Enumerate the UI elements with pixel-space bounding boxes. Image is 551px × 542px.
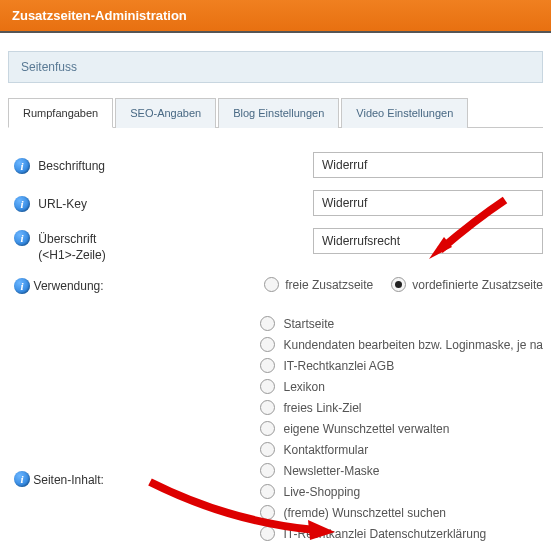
row-beschriftung: i Beschriftung xyxy=(8,146,543,184)
radio-seiteninhalt-1[interactable] xyxy=(260,337,275,352)
tab-2[interactable]: Blog Einstellungen xyxy=(218,98,339,128)
radio-label: (fremde) Wunschzettel suchen xyxy=(283,506,446,520)
radio-label: IT-Rechtkanzlei AGB xyxy=(283,359,394,373)
tab-0[interactable]: Rumpfangaben xyxy=(8,98,113,128)
radio-verwendung-1[interactable] xyxy=(391,277,406,292)
radio-seiteninhalt-7[interactable] xyxy=(260,463,275,478)
tab-1[interactable]: SEO-Angaben xyxy=(115,98,216,128)
radio-label: vordefinierte Zusatzseite xyxy=(412,278,543,292)
form-area: i Beschriftung i URL-Key i Überschrift (… xyxy=(0,128,551,542)
radio-seiteninhalt-3[interactable] xyxy=(260,379,275,394)
info-icon[interactable]: i xyxy=(14,471,30,487)
sub-bar-label: Seitenfuss xyxy=(21,60,77,74)
seiteninhalt-radio-group: StartseiteKundendaten bearbeiten bzw. Lo… xyxy=(260,313,543,542)
page-title: Zusatzseiten-Administration xyxy=(12,8,187,23)
radio-label: IT-Rechtkanzlei Datenschutzerklärung xyxy=(283,527,486,541)
radio-row-seiteninhalt-9: (fremde) Wunschzettel suchen xyxy=(260,504,543,522)
tab-strip: RumpfangabenSEO-AngabenBlog Einstellunge… xyxy=(8,97,543,128)
radio-seiteninhalt-8[interactable] xyxy=(260,484,275,499)
tab-3[interactable]: Video Einstellungen xyxy=(341,98,468,128)
row-ueberschrift: i Überschrift (<H1>-Zeile) xyxy=(8,222,543,269)
radio-label: Kundendaten bearbeiten bzw. Loginmaske, … xyxy=(283,338,543,352)
label-verwendung: Verwendung: xyxy=(34,275,215,295)
info-icon[interactable]: i xyxy=(14,278,30,294)
radio-label: eigene Wunschzettel verwalten xyxy=(283,422,449,436)
verwendung-radio-group: freie Zusatzseitevordefinierte Zusatzsei… xyxy=(264,277,543,292)
radio-label: Live-Shopping xyxy=(283,485,360,499)
input-beschriftung[interactable] xyxy=(313,152,543,178)
info-icon[interactable]: i xyxy=(14,230,30,246)
info-icon[interactable]: i xyxy=(14,158,30,174)
label-seiteninhalt: Seiten-Inhalt: xyxy=(33,313,210,489)
radio-label: Kontaktformular xyxy=(283,443,368,457)
radio-row-seiteninhalt-3: Lexikon xyxy=(260,378,543,396)
page-header: Zusatzseiten-Administration xyxy=(0,0,551,33)
row-verwendung: i Verwendung: freie Zusatzseitevordefini… xyxy=(8,269,543,301)
radio-label: Lexikon xyxy=(283,380,324,394)
radio-label: Newsletter-Maske xyxy=(283,464,379,478)
sub-bar: Seitenfuss xyxy=(8,51,543,83)
info-icon[interactable]: i xyxy=(14,196,30,212)
radio-seiteninhalt-9[interactable] xyxy=(260,505,275,520)
radio-row-seiteninhalt-2: IT-Rechtkanzlei AGB xyxy=(260,357,543,375)
input-ueberschrift[interactable] xyxy=(313,228,543,254)
radio-row-seiteninhalt-0: Startseite xyxy=(260,315,543,333)
radio-row-seiteninhalt-8: Live-Shopping xyxy=(260,483,543,501)
radio-seiteninhalt-0[interactable] xyxy=(260,316,275,331)
radio-seiteninhalt-5[interactable] xyxy=(260,421,275,436)
radio-row-seiteninhalt-6: Kontaktformular xyxy=(260,441,543,459)
label-urlkey: URL-Key xyxy=(38,193,263,213)
row-seiteninhalt: i Seiten-Inhalt: StartseiteKundendaten b… xyxy=(8,307,543,542)
input-urlkey[interactable] xyxy=(313,190,543,216)
radio-row-seiteninhalt-5: eigene Wunschzettel verwalten xyxy=(260,420,543,438)
label-ueberschrift: Überschrift (<H1>-Zeile) xyxy=(38,228,263,263)
radio-seiteninhalt-10[interactable] xyxy=(260,526,275,541)
radio-row-seiteninhalt-1: Kundendaten bearbeiten bzw. Loginmaske, … xyxy=(260,336,543,354)
radio-row-seiteninhalt-4: freies Link-Ziel xyxy=(260,399,543,417)
label-beschriftung: Beschriftung xyxy=(38,155,263,175)
radio-verwendung-0[interactable] xyxy=(264,277,279,292)
radio-label: freie Zusatzseite xyxy=(285,278,373,292)
radio-row-seiteninhalt-10: IT-Rechtkanzlei Datenschutzerklärung xyxy=(260,525,543,542)
radio-seiteninhalt-4[interactable] xyxy=(260,400,275,415)
radio-label: Startseite xyxy=(283,317,334,331)
radio-label: freies Link-Ziel xyxy=(283,401,361,415)
radio-seiteninhalt-2[interactable] xyxy=(260,358,275,373)
radio-row-seiteninhalt-7: Newsletter-Maske xyxy=(260,462,543,480)
radio-seiteninhalt-6[interactable] xyxy=(260,442,275,457)
row-urlkey: i URL-Key xyxy=(8,184,543,222)
